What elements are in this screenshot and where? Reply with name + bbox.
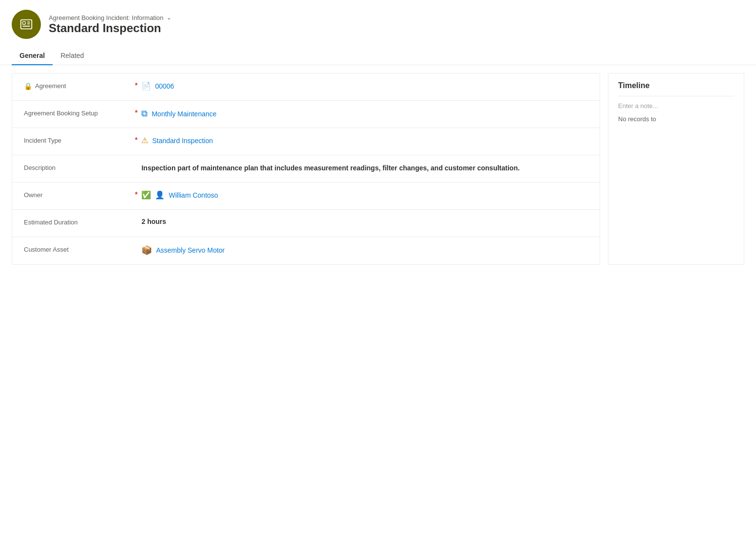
field-description: Description * Inspection part of mainten… [12,155,600,183]
header-text-block: Agreement Booking Incident: Information … [49,14,171,35]
agreement-booking-setup-label: Agreement Booking Setup [24,109,131,117]
owner-value: ✅ 👤 William Contoso [141,190,588,200]
main-content: 🔒 Agreement * 📄 00006 Agreement Booking … [0,65,756,273]
warning-icon: ⚠ [141,136,148,145]
incident-type-link[interactable]: Standard Inspection [152,137,213,145]
description-value: Inspection part of maintenance plan that… [141,163,588,173]
timeline-card: Timeline Enter a note... No records to [608,73,744,265]
timeline-divider [618,96,734,96]
estimated-duration-value: 2 hours [141,218,588,225]
agreement-booking-setup-required: * [135,109,137,116]
user-icon: 👤 [155,190,165,200]
customer-asset-link[interactable]: Assembly Servo Motor [156,246,225,254]
agreement-link[interactable]: 00006 [155,82,174,90]
svg-rect-4 [23,26,30,27]
incident-type-label: Incident Type [24,136,131,144]
incident-type-value: ⚠ Standard Inspection [141,136,588,145]
incident-type-required: * [135,136,137,144]
agreement-label: 🔒 Agreement [24,81,131,90]
breadcrumb[interactable]: Agreement Booking Incident: Information … [49,14,171,21]
page-title: Standard Inspection [49,21,171,35]
field-agreement: 🔒 Agreement * 📄 00006 [12,74,600,101]
svg-rect-3 [27,23,30,24]
field-incident-type: Incident Type * ⚠ Standard Inspection [12,128,600,155]
lock-icon: 🔒 [24,82,32,90]
owner-label: Owner [24,190,131,199]
agreement-booking-setup-value: ⧉ Monthly Maintenance [141,109,588,119]
field-agreement-booking-setup: Agreement Booking Setup * ⧉ Monthly Main… [12,101,600,128]
svg-rect-2 [27,21,30,22]
app-avatar [12,10,41,39]
timeline-empty-message: No records to [618,115,734,123]
tab-bar: General Related [0,47,756,65]
agreement-booking-setup-link[interactable]: Monthly Maintenance [151,110,216,118]
estimated-duration-text: 2 hours [141,218,166,225]
customer-asset-label: Customer Asset [24,245,131,253]
owner-required: * [135,190,137,198]
asset-icon: 📦 [141,245,152,256]
field-owner: Owner * ✅ 👤 William Contoso [12,183,600,210]
check-circle-icon: ✅ [141,190,151,200]
agreement-value: 📄 00006 [141,81,588,91]
field-customer-asset: Customer Asset * 📦 Assembly Servo Motor [12,237,600,264]
estimated-duration-label: Estimated Duration [24,218,131,226]
doc-icon: 📄 [141,81,151,91]
timeline-title: Timeline [618,81,734,90]
field-estimated-duration: Estimated Duration * 2 hours [12,210,600,237]
chevron-down-icon: ⌄ [167,14,171,21]
breadcrumb-label: Agreement Booking Incident: Information [49,14,164,21]
tab-related[interactable]: Related [53,47,92,65]
tab-general[interactable]: General [12,47,53,65]
booking-icon: ⧉ [141,109,148,119]
description-label: Description [24,163,131,171]
owner-link[interactable]: William Contoso [169,191,218,199]
svg-rect-1 [23,21,26,24]
agreement-required: * [135,81,137,89]
page-header: Agreement Booking Incident: Information … [0,0,756,47]
timeline-note-input[interactable]: Enter a note... [618,102,734,110]
form-card: 🔒 Agreement * 📄 00006 Agreement Booking … [12,73,600,265]
customer-asset-value: 📦 Assembly Servo Motor [141,245,588,256]
